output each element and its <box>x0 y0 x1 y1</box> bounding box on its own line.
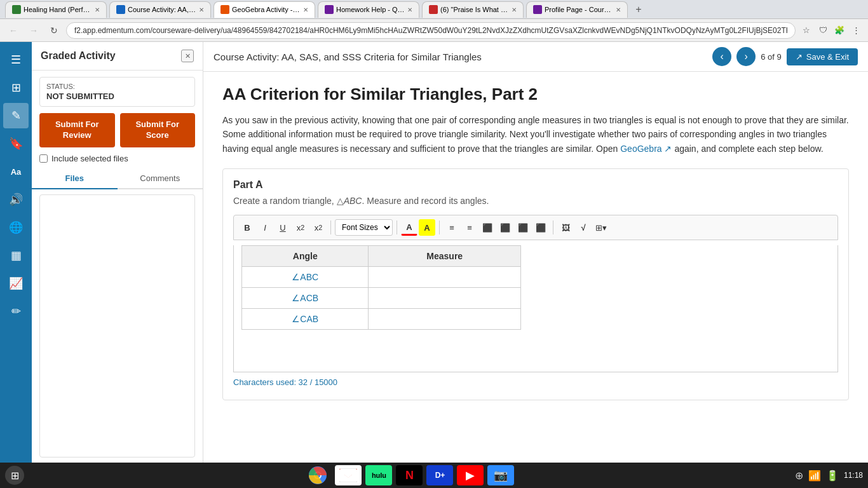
tab-favicon-1 <box>12 5 21 14</box>
page-indicator: 6 of 9 <box>761 52 782 62</box>
back-button[interactable]: ← <box>5 22 22 39</box>
sidebar-pencil-icon[interactable]: ✏ <box>3 299 29 324</box>
sidebar-nav: ☰ ⊞ ✎ 🔖 Aa 🔊 🌐 ▦ 📈 ✏ <box>0 42 32 463</box>
align-center-button[interactable]: ⬛ <box>497 219 513 236</box>
underline-button[interactable]: U <box>275 219 291 236</box>
chars-used: Characters used: 32 / 15000 <box>233 372 838 390</box>
part-a-box: Part A Create a random triangle, △ABC. M… <box>222 168 849 400</box>
sidebar-text-icon[interactable]: Aa <box>3 159 29 184</box>
superscript-button[interactable]: x2 <box>292 219 309 236</box>
extension-icon[interactable]: 🧩 <box>832 24 846 37</box>
content-header-title: Course Activity: AA, SAS, and SSS Criter… <box>214 51 482 62</box>
browser-tab-3[interactable]: GeoGebra Activity - Geo ✕ <box>214 1 315 18</box>
measure-acb[interactable] <box>369 288 521 309</box>
prev-page-button[interactable]: ‹ <box>712 47 731 66</box>
tab-close-2[interactable]: ✕ <box>199 6 204 13</box>
font-size-select[interactable]: Font Sizes 8 10 12 14 16 18 <box>335 219 393 236</box>
editor-toolbar: B I U x2 x2 Font Sizes 8 10 12 14 16 18 <box>233 215 838 240</box>
sidebar-menu-icon[interactable]: ☰ <box>3 47 29 72</box>
tab-close-3[interactable]: ✕ <box>303 6 308 13</box>
save-exit-button[interactable]: ↗ Save & Exit <box>787 48 858 65</box>
editor-area[interactable]: Angle Measure ∠ABC ∠ACB <box>233 245 838 372</box>
status-label: Status: <box>46 83 188 90</box>
include-files-checkbox[interactable] <box>39 154 48 163</box>
bookmark-star-icon[interactable]: ☆ <box>799 24 813 37</box>
sidebar-bookmark-icon[interactable]: 🔖 <box>3 131 29 156</box>
forward-button[interactable]: → <box>25 22 42 39</box>
tab-title-3: GeoGebra Activity - Geo <box>232 6 301 13</box>
activity-title: AA Criterion for Similar Triangles, Part… <box>222 85 849 104</box>
table-row-acb: ∠ACB <box>242 288 521 309</box>
tab-close-1[interactable]: ✕ <box>95 6 100 13</box>
part-label: Part A <box>233 179 838 191</box>
subscript-button[interactable]: x2 <box>310 219 327 236</box>
table-row-cab: ∠CAB <box>242 309 521 330</box>
tab-comments[interactable]: Comments <box>118 168 203 189</box>
tab-close-6[interactable]: ✕ <box>616 6 621 13</box>
geogebra-link[interactable]: GeoGebra ↗ <box>620 144 672 154</box>
angle-table: Angle Measure ∠ABC ∠ACB <box>241 245 521 330</box>
sidebar-table-icon[interactable]: ▦ <box>3 243 29 268</box>
justify-button[interactable]: ⬛ <box>532 219 549 236</box>
tab-title-4: Homework Help - Q&A fr <box>336 6 405 13</box>
formula-button[interactable]: √ <box>575 219 592 236</box>
tab-title-2: Course Activity: AA, SAS <box>128 6 196 13</box>
save-exit-icon: ↗ <box>796 52 803 62</box>
description-text-2: again, and complete each step below. <box>674 144 823 154</box>
align-right-button[interactable]: ⬛ <box>515 219 531 236</box>
highlight-button[interactable]: A <box>419 219 435 236</box>
content-body: AA Criterion for Similar Triangles, Part… <box>203 72 868 463</box>
image-button[interactable]: 🖼 <box>557 219 574 236</box>
sidebar-globe-icon[interactable]: 🌐 <box>3 215 29 240</box>
align-left-button[interactable]: ⬛ <box>479 219 496 236</box>
toolbar-separator-4 <box>553 220 553 234</box>
status-value: NOT SUBMITTED <box>46 92 188 101</box>
sidebar-audio-icon[interactable]: 🔊 <box>3 187 29 212</box>
panel-files-content <box>39 194 195 458</box>
bullet-list-button[interactable]: ≡ <box>444 219 460 236</box>
font-color-button[interactable]: A <box>401 219 417 236</box>
close-panel-button[interactable]: ✕ <box>181 50 194 62</box>
include-files-row: Include selected files <box>39 154 195 163</box>
tab-favicon-3 <box>220 5 229 14</box>
refresh-button[interactable]: ↻ <box>46 22 62 39</box>
browser-tab-4[interactable]: Homework Help - Q&A fr ✕ <box>318 1 419 18</box>
submit-score-button[interactable]: Submit ForScore <box>120 113 196 147</box>
col-measure-header: Measure <box>369 246 521 267</box>
graded-panel-title: Graded Activity <box>41 50 116 62</box>
tab-files[interactable]: Files <box>32 168 118 189</box>
browser-tab-5[interactable]: (6) "Praise Is What I Do' ✕ <box>422 1 524 18</box>
table-insert-button[interactable]: ⊞▾ <box>593 219 609 236</box>
sidebar-edit-icon[interactable]: ✎ <box>3 103 29 128</box>
numbered-list-button[interactable]: ≡ <box>461 219 478 236</box>
save-exit-label: Save & Exit <box>806 52 849 62</box>
tab-favicon-6 <box>533 5 542 14</box>
toolbar-separator-1 <box>330 220 331 234</box>
include-files-label: Include selected files <box>51 154 128 163</box>
browser-tab-6[interactable]: Profile Page - Course He ✕ <box>526 1 628 18</box>
new-tab-button[interactable]: + <box>630 1 647 18</box>
tab-close-4[interactable]: ✕ <box>407 6 412 13</box>
tab-close-5[interactable]: ✕ <box>512 6 517 13</box>
browser-tab-1[interactable]: Healing Hand (Perfect H ✕ <box>5 1 107 18</box>
tab-favicon-5 <box>429 5 438 14</box>
more-options-icon[interactable]: ⋮ <box>849 24 863 37</box>
address-bar[interactable] <box>66 22 796 39</box>
italic-button[interactable]: I <box>257 219 273 236</box>
activity-description: As you saw in the previous activity, kno… <box>222 113 849 156</box>
tab-title-6: Profile Page - Course He <box>545 6 613 13</box>
col-angle-header: Angle <box>242 246 369 267</box>
table-row-abc: ∠ABC <box>242 267 521 288</box>
measure-cab[interactable] <box>369 309 521 330</box>
sidebar-chart-icon[interactable]: 📈 <box>3 271 29 296</box>
bold-button[interactable]: B <box>239 219 255 236</box>
next-page-button[interactable]: › <box>736 47 756 66</box>
measure-abc[interactable] <box>369 267 521 288</box>
panel-tabs: Files Comments <box>32 168 203 189</box>
action-buttons: Submit ForReview Submit ForScore <box>39 113 195 147</box>
browser-tab-2[interactable]: Course Activity: AA, SAS ✕ <box>109 1 211 18</box>
submit-review-button[interactable]: Submit ForReview <box>39 113 115 147</box>
sidebar-dashboard-icon[interactable]: ⊞ <box>3 75 29 100</box>
angle-acb: ∠ACB <box>242 288 369 309</box>
part-instruction: Create a random triangle, △ABC. Measure … <box>233 196 838 206</box>
